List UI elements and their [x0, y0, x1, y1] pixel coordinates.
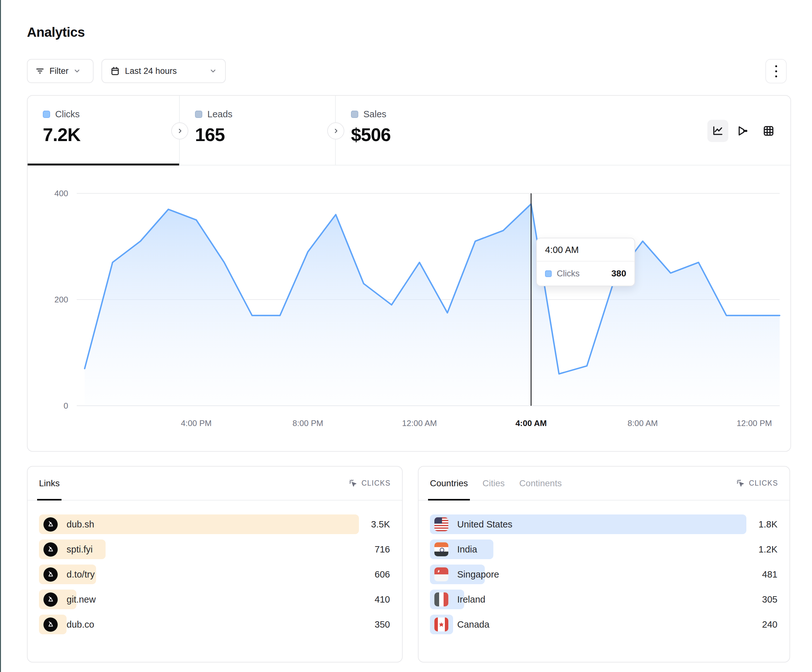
y-axis-label: 400: [55, 189, 68, 198]
stat-expand-chevron-1[interactable]: [171, 122, 188, 140]
calendar-icon: [110, 66, 120, 76]
funnel-icon: [737, 125, 749, 137]
country-row-value: 1.2K: [758, 544, 778, 555]
link-row-value: 3.5K: [371, 519, 391, 530]
sg-flag-icon: [434, 567, 448, 582]
us-flag-icon: [434, 517, 448, 531]
tooltip-metric-label: Clicks: [557, 269, 580, 279]
kebab-menu-icon: [775, 65, 777, 77]
x-axis-label: 4:00 AM: [515, 418, 547, 428]
links-panel-header: Links CLICKS: [27, 467, 402, 500]
stat-card-clicks[interactable]: Clicks7.2K: [27, 96, 180, 165]
link-row-label: git.new: [67, 594, 96, 605]
tab-cities[interactable]: Cities: [483, 467, 505, 500]
link-row[interactable]: git.new410: [39, 590, 391, 609]
window-edge-strip: [0, 0, 1, 672]
dub-logo-icon: [43, 542, 58, 557]
country-row[interactable]: Singapore481: [430, 565, 778, 584]
country-row[interactable]: Ireland305: [430, 590, 778, 609]
country-row[interactable]: India1.2K: [430, 539, 778, 559]
clicks-area-fill: [85, 204, 780, 406]
chevron-right-icon: [333, 128, 339, 135]
stat-card-leads[interactable]: Leads165: [180, 96, 336, 165]
link-row-value: 606: [375, 569, 391, 580]
more-options-button[interactable]: [765, 59, 786, 84]
sales-legend-icon: [351, 111, 358, 118]
links-panel: Links CLICKS dub.sh3.5Kspti.fyi716d.to/t…: [27, 466, 403, 662]
link-row-label: spti.fyi: [67, 544, 92, 555]
country-row-label: Ireland: [457, 594, 485, 605]
clicks-legend-icon: [43, 111, 50, 118]
chevron-down-icon: [209, 67, 217, 75]
date-range-label: Last 24 hours: [125, 66, 177, 76]
stat-cards: Clicks7.2KLeads165Sales$506: [27, 96, 790, 165]
link-row-value: 716: [375, 544, 391, 555]
countries-metric-sort-button[interactable]: CLICKS: [736, 479, 778, 488]
chart-region: 02004004:00 PM8:00 PM12:00 AM4:00 AM8:00…: [27, 165, 790, 451]
link-row[interactable]: dub.sh3.5K: [39, 515, 391, 534]
chevron-right-icon: [177, 128, 184, 135]
date-range-button[interactable]: Last 24 hours: [101, 59, 226, 83]
y-axis-label: 200: [55, 295, 68, 304]
stat-label: Sales: [363, 109, 387, 119]
filter-button[interactable]: Filter: [27, 59, 94, 83]
filter-label: Filter: [49, 66, 68, 76]
y-axis-label: 0: [64, 401, 68, 411]
view-toggle-line-chart[interactable]: [707, 120, 728, 142]
page-title: Analytics: [27, 25, 85, 40]
tooltip-time: 4:00 AM: [537, 238, 635, 261]
stat-expand-chevron-2[interactable]: [327, 122, 345, 140]
in-flag-icon: [434, 542, 448, 556]
link-row[interactable]: spti.fyi716: [39, 539, 391, 559]
tab-continents[interactable]: Continents: [519, 467, 562, 500]
tab-links[interactable]: Links: [39, 467, 60, 500]
stat-label: Clicks: [55, 109, 80, 119]
clicks-chart[interactable]: 02004004:00 PM8:00 PM12:00 AM4:00 AM8:00…: [27, 165, 790, 452]
links-metric-label: CLICKS: [362, 479, 391, 488]
country-row[interactable]: United States1.8K: [430, 515, 778, 534]
links-metric-sort-button[interactable]: CLICKS: [349, 479, 391, 488]
view-toggle-funnel[interactable]: [733, 120, 754, 142]
filter-icon: [35, 66, 45, 76]
link-row-label: dub.sh: [67, 519, 94, 530]
analytics-card: Clicks7.2KLeads165Sales$506: [27, 95, 791, 452]
x-axis-label: 4:00 PM: [181, 418, 212, 428]
chart-tooltip: 4:00 AM Clicks 380: [536, 238, 635, 286]
country-row-label: India: [457, 544, 477, 555]
link-row-value: 410: [375, 594, 391, 605]
countries-metric-label: CLICKS: [749, 479, 778, 488]
clicks-legend-icon: [545, 270, 552, 277]
link-row[interactable]: d.to/try606: [39, 565, 391, 584]
table-icon: [763, 125, 774, 137]
country-row-value: 240: [762, 619, 778, 630]
countries-list: United States1.8KIndia1.2KSingapore481Ir…: [418, 500, 790, 634]
analytics-page: Analytics Filter Last 24 hours Clicks7.2…: [0, 0, 812, 672]
x-axis-label: 8:00 AM: [628, 418, 658, 428]
links-list: dub.sh3.5Kspti.fyi716d.to/try606git.new4…: [27, 500, 402, 634]
dub-logo-icon: [43, 517, 58, 532]
x-axis-label: 12:00 AM: [402, 418, 437, 428]
countries-panel: CountriesCitiesContinents CLICKS United …: [418, 466, 790, 662]
tab-countries[interactable]: Countries: [430, 467, 468, 500]
dub-logo-icon: [43, 592, 58, 607]
chart-view-toggle-group: [707, 120, 779, 142]
tooltip-metric-value: 380: [611, 268, 626, 279]
stat-value: 165: [195, 124, 335, 145]
x-axis-label: 12:00 PM: [737, 418, 772, 428]
dub-logo-icon: [43, 617, 58, 632]
ie-flag-icon: [434, 592, 448, 606]
countries-panel-header: CountriesCitiesContinents CLICKS: [418, 467, 790, 500]
link-row[interactable]: dub.co350: [39, 615, 391, 634]
leads-legend-icon: [195, 111, 202, 118]
line-chart-icon: [712, 125, 724, 137]
stat-value: 7.2K: [43, 124, 179, 145]
stat-label: Leads: [207, 109, 232, 119]
cursor-click-icon: [736, 479, 745, 488]
link-row-value: 350: [375, 619, 391, 630]
ca-flag-icon: [434, 617, 448, 631]
country-row[interactable]: Canada240: [430, 615, 778, 634]
link-row-label: d.to/try: [67, 569, 95, 580]
view-toggle-table[interactable]: [758, 120, 779, 142]
tooltip-metric-row: Clicks 380: [537, 261, 635, 286]
country-row-value: 481: [762, 569, 778, 580]
